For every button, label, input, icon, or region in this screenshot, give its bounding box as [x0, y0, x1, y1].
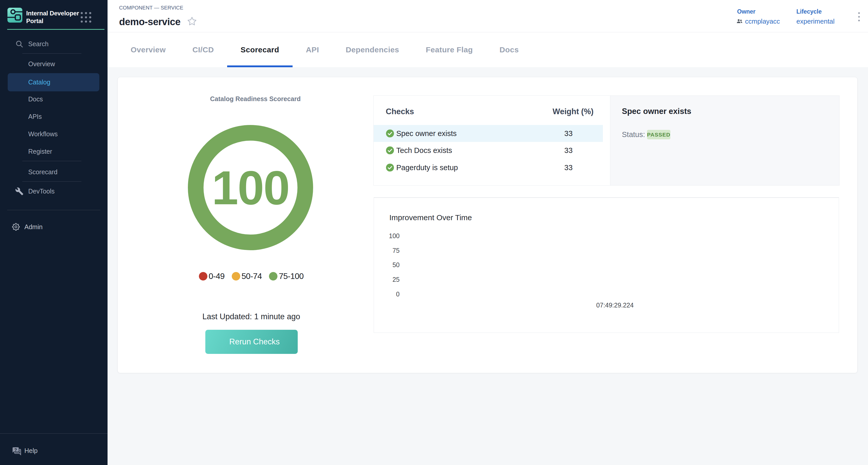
- svg-text:?: ?: [14, 447, 17, 452]
